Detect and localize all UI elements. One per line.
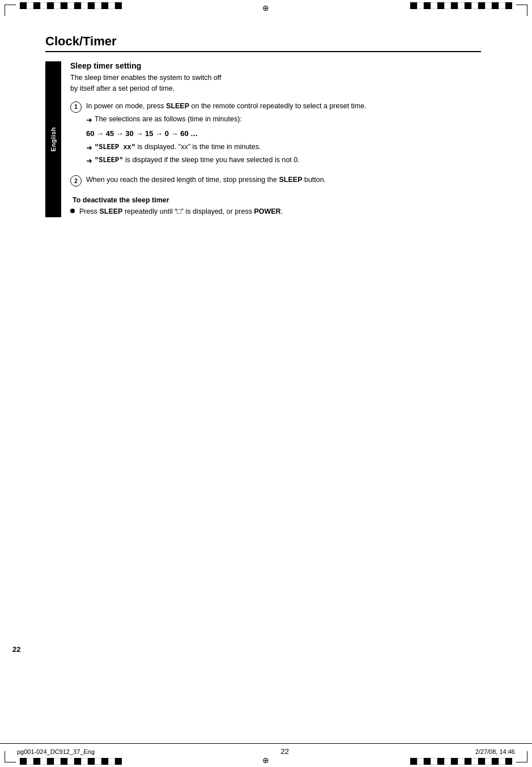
bullet-content: Press SLEEP repeatedly until “□” is disp…: [79, 206, 283, 217]
step-2: 2 When you reach the desired length of t…: [70, 175, 481, 188]
step-2-content: When you reach the desired length of tim…: [86, 175, 481, 188]
content-area: English Sleep timer setting The sleep ti…: [45, 61, 481, 217]
bullet-dot: [70, 209, 75, 213]
step1-arrow2-note: is displayed. "xx" is the time in minute…: [135, 143, 261, 151]
step1-arrow1: ➜ The selections are as follows (time in…: [86, 114, 481, 126]
display-text-2: "SLEEP": [95, 156, 123, 164]
subsection-title: To deactivate the sleep timer: [70, 196, 481, 204]
main-content: Sleep timer setting The sleep timer enab…: [70, 61, 481, 217]
page-footer: pg001-024_DC912_37_Eng 22 2/27/08, 14:46: [0, 743, 532, 756]
footer-right: 2/27/08, 14:46: [475, 748, 515, 755]
bullet-sleep-bold: SLEEP: [99, 207, 122, 215]
arrow-symbol-1: ➜: [86, 115, 92, 126]
corner-mark-tr: [516, 5, 527, 16]
step-1-main-text: In power on mode, press SLEEP on the rem…: [86, 101, 481, 112]
step-1: 1 In power on mode, press SLEEP on the r…: [70, 101, 481, 168]
step-number-1: 1: [70, 101, 82, 113]
subtitle-line2: by itself after a set period of time.: [70, 84, 175, 92]
step1-arrow2: ➜ "SLEEP xx" is displayed. "xx" is the t…: [86, 142, 481, 154]
checker-bar-top-left: [20, 2, 122, 9]
footer-page-number: 22: [281, 747, 289, 756]
footer-left: pg001-024_DC912_37_Eng: [17, 748, 95, 755]
step1-arrow3: ➜ "SLEEP" is displayed if the sleep time…: [86, 155, 481, 167]
bullet-step: Press SLEEP repeatedly until “□” is disp…: [70, 206, 481, 217]
step-number-2: 2: [70, 175, 82, 187]
subtitle-line1: The sleep timer enables the system to sw…: [70, 74, 222, 82]
section-title: Sleep timer setting: [70, 61, 481, 70]
section-subtitle: The sleep timer enables the system to sw…: [70, 73, 481, 94]
bullet-power-bold: POWER: [254, 207, 280, 215]
checker-bar-bottom-left: [20, 758, 122, 765]
step-1-content: In power on mode, press SLEEP on the rem…: [86, 101, 481, 168]
step1-arrow1-text: The selections are as follows (time in m…: [95, 114, 242, 125]
step-2-main-text: When you reach the desired length of tim…: [86, 175, 481, 185]
step1-arrow2-text: "SLEEP xx" is displayed. "xx" is the tim…: [95, 142, 261, 152]
sequence-line: 60 → 45 → 30 → 15 → 0 → 60 …: [86, 128, 481, 139]
arrow-symbol-2: ➜: [86, 142, 92, 154]
page-title: Clock/Timer: [45, 34, 481, 52]
step1-sleep-bold: SLEEP: [166, 102, 189, 110]
arrow-symbol-3: ➜: [86, 155, 92, 167]
display-text-1: "SLEEP xx": [95, 143, 135, 151]
page-content: Clock/Timer English Sleep timer setting …: [34, 23, 498, 228]
left-page-number: 22: [12, 645, 20, 654]
checker-bar-top-right: [410, 2, 512, 9]
reg-mark-bottom: [262, 756, 270, 764]
step2-sleep-bold: SLEEP: [279, 176, 302, 184]
step1-arrow3-text: "SLEEP" is displayed if the sleep time y…: [95, 155, 300, 166]
checker-bar-bottom-right: [410, 758, 512, 765]
page-wrapper: Clock/Timer English Sleep timer setting …: [0, 0, 532, 767]
step1-arrow3-note: is displayed if the sleep time you have …: [123, 156, 299, 164]
language-tab: English: [45, 61, 61, 217]
corner-mark-tl: [5, 5, 16, 16]
reg-mark-top: [262, 3, 270, 11]
